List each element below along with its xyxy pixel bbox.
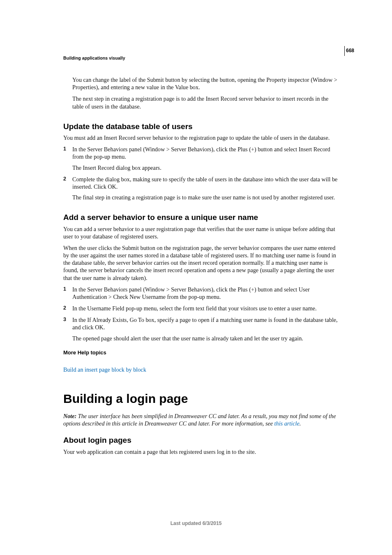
section2-heading: Add a server behavior to ensure a unique…	[63, 213, 339, 222]
intro-indent-block: You can change the label of the Submit b…	[72, 76, 339, 110]
section2-steps: In the Server Behaviors panel (Window > …	[63, 286, 339, 342]
section1-step2: Complete the dialog box, making sure to …	[63, 176, 339, 201]
running-head: Building applications visually	[63, 56, 339, 60]
body-text: You can change the label of the Submit b…	[63, 76, 339, 456]
section2-p2: When the user clicks the Submit button o…	[63, 244, 339, 282]
section2-step3-main: In the If Already Exists, Go To box, spe…	[72, 316, 339, 331]
note-label: Note:	[63, 413, 76, 419]
section1-step2-main: Complete the dialog box, making sure to …	[72, 176, 339, 190]
section1-step1-sub: The Insert Record dialog box appears.	[72, 164, 339, 171]
more-help-heading: More Help topics	[63, 349, 339, 356]
section1-heading: Update the database table of users	[63, 122, 339, 132]
intro-p2: The next step in creating a registration…	[72, 95, 339, 110]
section1-step1: In the Server Behaviors panel (Window > …	[63, 146, 339, 171]
footer-last-updated: Last updated 6/3/2015	[0, 520, 392, 526]
page: 668 Building applications visually You c…	[0, 0, 392, 555]
note-link[interactable]: this article	[274, 420, 300, 427]
section2-step1: In the Server Behaviors panel (Window > …	[63, 286, 339, 301]
about-login-heading: About login pages	[63, 435, 339, 445]
section2-p1: You can add a server behavior to a user …	[63, 225, 339, 240]
section2-step3-sub: The opened page should alert the user th…	[72, 335, 339, 342]
chapter-note: Note: The user interface has been simpli…	[63, 412, 339, 427]
note-text-2: .	[300, 420, 301, 427]
section1-steps: In the Server Behaviors panel (Window > …	[63, 146, 339, 201]
intro-p1: You can change the label of the Submit b…	[72, 76, 339, 91]
section2-step2: In the Username Field pop-up menu, selec…	[63, 305, 339, 312]
page-number: 668	[343, 48, 354, 53]
section2-step1-main: In the Server Behaviors panel (Window > …	[72, 286, 339, 301]
about-login-p1: Your web application can contain a page …	[63, 448, 339, 456]
section2-step2-main: In the Username Field pop-up menu, selec…	[72, 305, 339, 312]
section1-step2-sub: The final step in creating a registratio…	[72, 194, 339, 201]
section1-intro: You must add an Insert Record server beh…	[63, 134, 339, 141]
more-help-link[interactable]: Build an insert page block by block	[63, 366, 146, 373]
section1-step1-main: In the Server Behaviors panel (Window > …	[72, 146, 339, 160]
chapter-heading: Building a login page	[63, 391, 339, 407]
section2-step3: In the If Already Exists, Go To box, spe…	[63, 316, 339, 342]
